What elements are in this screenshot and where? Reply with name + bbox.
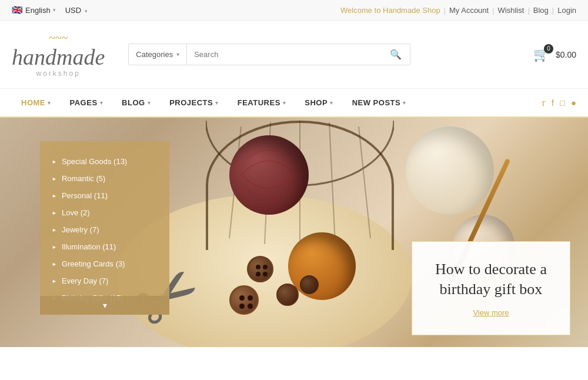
facebook-icon[interactable]: f (552, 98, 554, 108)
cart-button[interactable]: 🛒 0 $0.00 (532, 45, 576, 64)
cart-price: $0.00 (556, 50, 576, 59)
sidebar-arrow-icon-1: ► (52, 176, 57, 182)
nav-item-projects[interactable]: PROJECTS ▾ (160, 89, 228, 116)
nav-newposts-arrow-icon: ▾ (403, 100, 406, 106)
sidebar-arrow-icon-7: ► (52, 278, 57, 284)
sidebar-arrow-icon-5: ► (52, 244, 57, 250)
sidebar-label-3: Love (2) (62, 208, 90, 217)
sidebar-arrow-icon: ► (52, 159, 57, 165)
nav-item-home[interactable]: HOME ▾ (12, 89, 61, 116)
nav-item-shop[interactable]: SHOP ▾ (295, 89, 342, 116)
nav-items: HOME ▾ PAGES ▾ BLOG ▾ PROJECTS ▾ FEATURE… (12, 89, 416, 116)
sidebar-item-personal[interactable]: ► Personal (11) (40, 187, 169, 204)
logo-decoration: ~~~ (12, 31, 105, 45)
top-bar: 🇬🇧 English ▾ USD ▾ Welcome to Handmade S… (0, 0, 588, 21)
nav-pages-label: PAGES (70, 98, 98, 107)
language-label: English (25, 6, 51, 15)
nav-projects-arrow-icon: ▾ (215, 100, 219, 106)
search-bar: Categories ▾ 🔍 (128, 44, 410, 65)
cart-icon-wrap: 🛒 0 (532, 45, 551, 64)
categories-label: Categories (136, 50, 173, 59)
logo[interactable]: ~~~ handmade workshop (12, 31, 105, 78)
sidebar-menu: ► Special Goods (13) ► Romantic (5) ► Pe… (40, 141, 169, 315)
nav-social: 𝕣 f □ ● (542, 98, 576, 108)
nav-pages-arrow-icon: ▾ (100, 100, 103, 106)
top-bar-left: 🇬🇧 English ▾ USD ▾ (12, 5, 88, 15)
sidebar-item-illumination[interactable]: ► Illumination (11) (40, 238, 169, 255)
divider-1: | (444, 6, 446, 15)
twitter-icon[interactable]: 𝕣 (542, 98, 546, 108)
nav-home-label: HOME (21, 98, 45, 107)
divider-4: | (552, 6, 554, 15)
sidebar-label-0: Special Goods (13) (62, 157, 127, 166)
divider-3: | (527, 6, 529, 15)
login-link[interactable]: Login (557, 6, 576, 15)
sidebar-item-special-goods[interactable]: ► Special Goods (13) (40, 153, 169, 170)
categories-chevron-icon: ▾ (176, 51, 179, 58)
sidebar-item-greeting-cards[interactable]: ► Greeting Cards (3) (40, 255, 169, 272)
nav-item-blog[interactable]: BLOG ▾ (112, 89, 160, 116)
sidebar-item-love[interactable]: ► Love (2) (40, 204, 169, 221)
hero-card-view-more-link[interactable]: View more (473, 308, 509, 317)
nav-item-newposts[interactable]: NEW POSTS ▾ (343, 89, 416, 116)
main-nav: HOME ▾ PAGES ▾ BLOG ▾ PROJECTS ▾ FEATURE… (0, 89, 588, 118)
hero-section: ✂ ► Special Goods (13) ► Romantic (5) ► … (0, 118, 588, 347)
search-icon: 🔍 (390, 49, 402, 59)
nav-features-label: FEATURES (238, 98, 280, 107)
nav-newposts-label: NEW POSTS (352, 98, 401, 107)
sidebar-expand-icon: ▾ (103, 301, 107, 310)
top-bar-right: Welcome to Handmade Shop | My Account | … (340, 6, 576, 15)
sidebar-label-6: Greeting Cards (3) (62, 259, 125, 268)
nav-shop-arrow-icon: ▾ (330, 100, 333, 106)
yarn-burgundy (229, 135, 309, 215)
language-selector[interactable]: 🇬🇧 English ▾ (12, 5, 56, 15)
pinterest-icon[interactable]: ● (571, 98, 576, 108)
nav-item-pages[interactable]: PAGES ▾ (61, 89, 113, 116)
categories-dropdown[interactable]: Categories ▾ (129, 44, 187, 65)
nav-features-arrow-icon: ▾ (283, 100, 286, 106)
sidebar-label-1: Romantic (5) (62, 174, 105, 183)
header: ~~~ handmade workshop Categories ▾ 🔍 🛒 0… (0, 21, 588, 89)
search-button[interactable]: 🔍 (382, 44, 410, 65)
cart-count-badge: 0 (544, 44, 553, 54)
yarn-amber (288, 232, 356, 300)
currency-selector[interactable]: USD ▾ (65, 6, 88, 15)
sidebar-item-romantic[interactable]: ► Romantic (5) (40, 170, 169, 187)
button-2 (276, 284, 299, 306)
nav-home-arrow-icon: ▾ (48, 100, 51, 106)
currency-chevron-icon: ▾ (85, 8, 88, 14)
button-4 (229, 285, 259, 315)
sidebar-expand-button[interactable]: ▾ (40, 296, 169, 315)
logo-text: handmade (12, 46, 105, 68)
yarn-cream (406, 126, 494, 215)
lang-chevron-icon: ▾ (53, 7, 56, 13)
sidebar-item-every-day[interactable]: ► Every Day (7) (40, 272, 169, 289)
svg-line-4 (329, 122, 335, 244)
sidebar-label-2: Personal (11) (62, 191, 108, 200)
button-3 (300, 275, 319, 294)
button-1 (247, 256, 273, 282)
hero-card-title: How to decorate a birthday gift box (426, 259, 556, 299)
sidebar-arrow-icon-2: ► (52, 193, 57, 199)
sidebar-arrow-icon-4: ► (52, 227, 57, 233)
sidebar-item-jewelry[interactable]: ► Jewelry (7) (40, 221, 169, 238)
my-account-link[interactable]: My Account (449, 6, 489, 15)
sidebar-label-7: Every Day (7) (62, 276, 108, 285)
sidebar-arrow-icon-6: ► (52, 261, 57, 267)
nav-item-features[interactable]: FEATURES ▾ (228, 89, 296, 116)
sidebar-label-4: Jewelry (7) (62, 225, 99, 234)
sidebar-label-5: Illumination (11) (62, 242, 116, 251)
nav-blog-label: BLOG (122, 98, 145, 107)
nav-blog-arrow-icon: ▾ (148, 100, 151, 106)
nav-shop-label: SHOP (305, 98, 328, 107)
blog-link[interactable]: Blog (533, 6, 549, 15)
divider-2: | (492, 6, 494, 15)
svg-line-5 (359, 126, 370, 238)
currency-label: USD (65, 6, 81, 15)
logo-subtext: workshop (12, 69, 105, 78)
search-input[interactable] (187, 44, 382, 65)
tumblr-icon[interactable]: □ (560, 98, 565, 108)
wishlist-link[interactable]: Wishlist (498, 6, 524, 15)
sidebar-arrow-icon-3: ► (52, 210, 57, 216)
nav-projects-label: PROJECTS (169, 98, 213, 107)
